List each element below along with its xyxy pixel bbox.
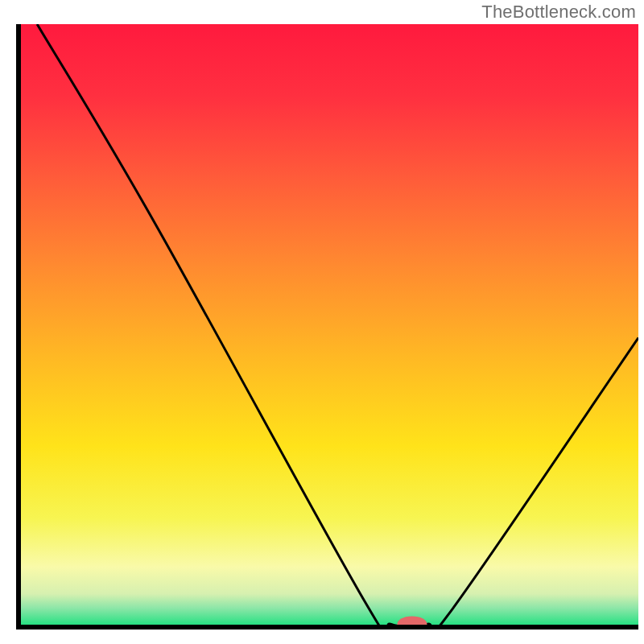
optimal-point-marker xyxy=(397,617,427,632)
bottleneck-chart xyxy=(0,0,644,644)
attribution-text: TheBottleneck.com xyxy=(481,2,636,23)
chart-stage: TheBottleneck.com xyxy=(0,0,644,644)
